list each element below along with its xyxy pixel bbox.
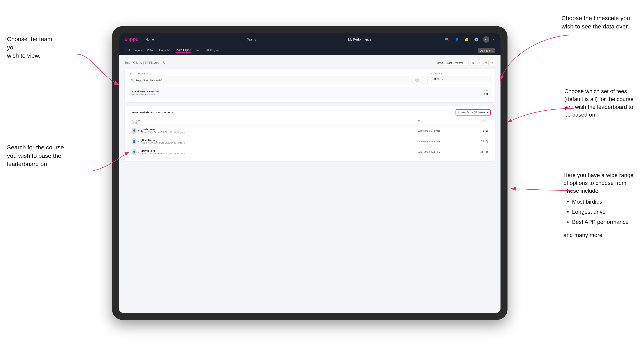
avatar[interactable]: U	[483, 36, 489, 43]
trophy-view-button[interactable]: 🏆	[483, 60, 488, 65]
header-right: Show: Last month Last 3 months Last 6 mo…	[436, 60, 495, 65]
holes-label: Holes	[483, 90, 488, 92]
table-row: 👤 ♥ 1 Josh Coles Royal North Devon Golf …	[129, 126, 491, 136]
list-view-button[interactable]: ≡	[477, 60, 482, 65]
nav-teams[interactable]: Teams	[247, 38, 342, 41]
heart-icon-1: ♥	[138, 130, 139, 132]
tee-cell-2: White (M) (6,744 yds)	[418, 140, 467, 143]
heart-icon-3: ♥	[138, 151, 139, 153]
app-logo: clippd	[124, 37, 138, 42]
player-avatar-3: 👤	[132, 149, 137, 155]
add-team-button[interactable]: Add Team	[478, 48, 495, 53]
course-search-icon: 🔍	[131, 79, 134, 82]
table-header: PLAYER NAME TEE SCORE	[129, 118, 491, 126]
player-name-cell-1: Josh Coles Royal North Devon Golf Club, …	[142, 128, 418, 134]
content-header: Team Clippd | 14 Players ✏️ Show: Last m…	[124, 60, 495, 65]
team-title: Team Clippd | 14 Players	[124, 61, 160, 65]
holes-number: 18	[483, 92, 488, 96]
player-rank-cell-3: 👤 ♥ 3	[132, 149, 142, 155]
course-result-info: Royal North Devon GC Westward Ho!, Engla…	[132, 90, 160, 96]
tab-hcaps[interactable]: Hcaps 1-5	[158, 49, 170, 53]
annotation-bottom-right: Here you have a wide rangeof options to …	[564, 171, 634, 239]
grid-view-button[interactable]: ⊞	[471, 60, 476, 65]
search-icon[interactable]: 🔍	[444, 36, 450, 43]
annotation-middle-right: Choose which set of tees(default is all)…	[564, 87, 634, 119]
course-location: Westward Ho!, England	[132, 93, 160, 96]
clear-search-button[interactable]: ✕	[415, 78, 419, 82]
subnav: PGAT Players PGA Hcaps 1-5 Team Clippd T…	[119, 46, 500, 55]
course-search-wrapper: 🔍 ✕ ☆	[129, 76, 428, 84]
tee-cell-1: White (M) (6,744 yds)	[418, 130, 467, 132]
tablet-frame: clippd Home Teams My Performance 🔍 👤 🔔 ⚙…	[112, 26, 508, 320]
tablet-screen: clippd Home Teams My Performance 🔍 👤 🔔 ⚙…	[119, 33, 500, 313]
table-row: 👤 ♥ 3 David Ford Royal North Devon Golf …	[129, 147, 491, 158]
score-cell-2: 72 (E)	[467, 140, 488, 143]
show-dropdown-wrapper: Last month Last 3 months Last 6 months L…	[445, 60, 469, 65]
score-select-wrapper: Lowest Score (18 holes) Most Birdies Lon…	[456, 109, 491, 116]
annotation-top-right: Choose the timescale youwish to see the …	[562, 14, 630, 30]
notification-icon[interactable]: 🔔	[464, 36, 470, 43]
avatar-chevron: ▼	[493, 38, 495, 41]
tab-tour[interactable]: Tour	[196, 49, 202, 53]
col-header-player-spacer	[142, 120, 418, 124]
player-club-2: Royal North Devon Golf Club, United King…	[142, 142, 418, 144]
tee-cell-3: White (M) (6,744 yds)	[418, 151, 467, 154]
col-header-player: PLAYER NAME	[132, 120, 142, 124]
tab-pga[interactable]: PGA	[147, 49, 153, 53]
leaderboard-title: Course Leaderboard, Last 3 months	[129, 111, 174, 114]
profile-icon[interactable]: 👤	[454, 36, 460, 43]
table-row: 👤 ♥ 1 Blair McHarg Royal North Devon Gol…	[129, 136, 491, 147]
player-rank-cell-1: 👤 ♥ 1	[132, 128, 142, 134]
tab-pgat-players[interactable]: PGAT Players	[124, 49, 142, 53]
tee-select[interactable]: All Tees White Yellow Red	[431, 76, 491, 82]
tee-select-wrapper: All Tees White Yellow Red ▼	[431, 76, 491, 82]
col-header-score: SCORE	[467, 120, 488, 124]
player-name-cell-2: Blair McHarg Royal North Devon Golf Club…	[142, 139, 418, 144]
holes-badge: Holes 18	[483, 90, 488, 96]
heart-icon-2: ♥	[138, 140, 139, 143]
rank-3: 3	[141, 151, 142, 154]
leaderboard-table: PLAYER NAME TEE SCORE 👤 ♥ 1 Josh	[129, 118, 491, 158]
player-avatar-2: 👤	[132, 138, 137, 145]
settings-icon[interactable]: ⚙️	[473, 36, 480, 43]
select-tee-label: Select Tee	[431, 72, 491, 75]
player-club-3: Royal North Devon Golf Club, United King…	[142, 152, 418, 155]
rank-2: 1	[141, 140, 142, 143]
team-title-area: Team Clippd | 14 Players ✏️	[124, 61, 166, 65]
find-course-right: Select Tee All Tees White Yellow Red ▼	[431, 72, 491, 84]
score-select[interactable]: Lowest Score (18 holes) Most Birdies Lon…	[456, 110, 490, 115]
edit-icon[interactable]: ✏️	[162, 61, 166, 64]
show-dropdown[interactable]: Last month Last 3 months Last 6 months L…	[445, 60, 469, 65]
player-rank-cell-2: 👤 ♥ 1	[132, 138, 142, 145]
find-course-top: Find a Golf Course 🔍 ✕ ☆ Select Tee Al	[129, 72, 491, 84]
content-area: Team Clippd | 14 Players ✏️ Show: Last m…	[119, 55, 500, 313]
player-name-3: David Ford	[142, 149, 418, 152]
annotation-bottom-left: Search for the courseyou wish to base th…	[7, 143, 64, 168]
tab-all-players[interactable]: All Players	[206, 49, 220, 53]
tab-team-clippd[interactable]: Team Clippd	[176, 49, 191, 53]
player-name-2: Blair McHarg	[142, 139, 418, 142]
subnav-tabs: PGAT Players PGA Hcaps 1-5 Team Clippd T…	[124, 49, 220, 53]
download-button[interactable]: ⬇	[490, 60, 495, 65]
col-header-tee: TEE	[418, 120, 467, 124]
show-label: Show:	[436, 61, 443, 64]
find-course-label: Find a Golf Course	[129, 72, 428, 75]
annotation-top-left: Choose the team youwish to view.	[7, 35, 60, 60]
course-result: Royal North Devon GC Westward Ho!, Engla…	[129, 87, 491, 99]
player-avatar-1: 👤	[132, 128, 137, 134]
nav-my-performance[interactable]: My Performance	[348, 38, 444, 41]
rank-1: 1	[141, 129, 142, 132]
leaderboard-header: Course Leaderboard, Last 3 months Lowest…	[129, 109, 491, 116]
player-club-1: Royal North Devon Golf Club, United King…	[142, 131, 418, 134]
favorite-button[interactable]: ☆	[420, 78, 426, 83]
nav-home[interactable]: Home	[146, 38, 241, 41]
find-course-left: Find a Golf Course 🔍 ✕ ☆	[129, 72, 428, 84]
navbar-icons: 🔍 👤 🔔 ⚙️ U ▼	[444, 36, 495, 43]
navbar: clippd Home Teams My Performance 🔍 👤 🔔 ⚙…	[119, 33, 500, 46]
find-course-panel: Find a Golf Course 🔍 ✕ ☆ Select Tee Al	[124, 69, 495, 102]
course-name: Royal North Devon GC	[132, 90, 160, 93]
player-name-cell-3: David Ford Royal North Devon Golf Club, …	[142, 149, 418, 155]
course-search-input[interactable]	[136, 79, 414, 82]
player-name-1: Josh Coles	[142, 128, 418, 131]
score-cell-1: 72 (E)	[467, 129, 488, 132]
